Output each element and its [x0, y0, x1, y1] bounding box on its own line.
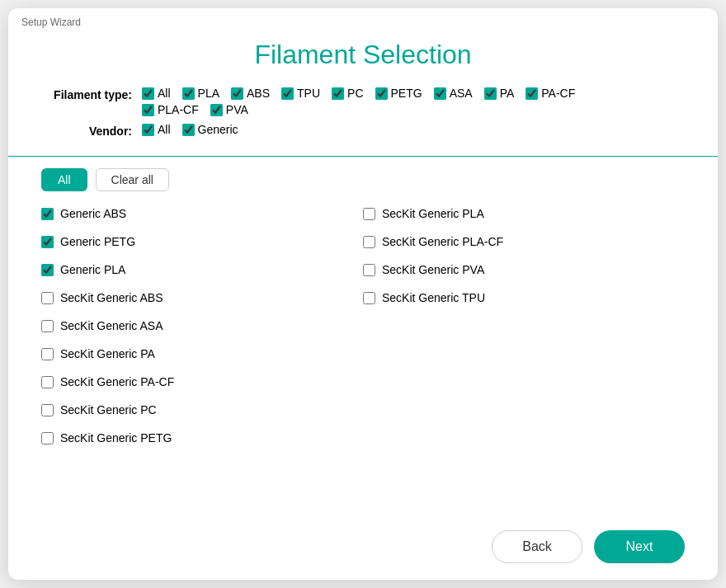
checkbox-ft_all[interactable]: [142, 87, 154, 100]
clear-all-button[interactable]: Clear all: [96, 168, 169, 191]
filament-checkbox-f6[interactable]: [363, 264, 375, 276]
filament-checkbox-f12[interactable]: [41, 404, 54, 416]
filament-type-ft_pva[interactable]: PVA: [210, 103, 248, 116]
checkbox-ft_abs[interactable]: [231, 87, 243, 100]
filament-checkbox-f3[interactable]: [41, 236, 54, 248]
filament-type-ft_pc[interactable]: PC: [332, 87, 363, 100]
vendor-v_all[interactable]: All: [142, 123, 171, 136]
filter-section: Filament type: AllPLAABSTPUPCPETGASAPAPA…: [8, 87, 718, 157]
vendor-v_generic[interactable]: Generic: [182, 123, 238, 136]
filament-type-ft_placf[interactable]: PLA-CF: [142, 103, 199, 116]
filament-checkbox-f13[interactable]: [41, 432, 54, 445]
checkbox-ft_pla[interactable]: [182, 87, 195, 100]
filament-type-ft_pacf[interactable]: PA-CF: [526, 87, 575, 100]
vendor-row: Vendor: AllGeneric: [41, 123, 685, 138]
filament-item-f2[interactable]: SecKit Generic PLA: [363, 200, 685, 228]
filament-item-f8[interactable]: SecKit Generic TPU: [363, 284, 685, 312]
filament-type-ft_petg[interactable]: PETG: [375, 87, 422, 100]
checkbox-v_generic[interactable]: [182, 124, 195, 136]
filament-item-f12[interactable]: SecKit Generic PC: [41, 396, 363, 424]
filament-checkbox-f4[interactable]: [363, 236, 375, 248]
filament-checkbox-f8[interactable]: [363, 292, 375, 304]
filament-item-f7[interactable]: SecKit Generic ABS: [41, 284, 363, 312]
filament-checkbox-f9[interactable]: [41, 320, 54, 332]
checkbox-ft_pa[interactable]: [484, 87, 497, 100]
filament-item-f3[interactable]: Generic PETG: [41, 228, 363, 256]
title-bar: Setup Wizard: [8, 8, 718, 31]
checkbox-ft_pc[interactable]: [332, 87, 344, 100]
filament-type-ft_pla[interactable]: PLA: [182, 87, 219, 100]
filament-item-f13[interactable]: SecKit Generic PETG: [41, 424, 363, 452]
back-button[interactable]: Back: [492, 530, 582, 563]
filament-item-f4[interactable]: SecKit Generic PLA-CF: [363, 228, 685, 256]
footer: Back Next: [8, 519, 718, 580]
filament-checkbox-f1[interactable]: [41, 208, 54, 220]
checkbox-ft_placf[interactable]: [142, 104, 154, 116]
checkbox-v_all[interactable]: [142, 124, 154, 136]
checkbox-ft_asa[interactable]: [434, 87, 446, 100]
filament-item-f6[interactable]: SecKit Generic PVA: [363, 256, 685, 284]
filament-item-f1[interactable]: Generic ABS: [41, 200, 363, 228]
filament-item-f10[interactable]: SecKit Generic PA: [41, 340, 363, 368]
filament-checkbox-f11[interactable]: [41, 376, 54, 388]
filament-type-label: Filament type:: [41, 87, 132, 101]
filament-checkbox-f5[interactable]: [41, 264, 54, 276]
checkbox-ft_pva[interactable]: [210, 104, 223, 116]
window-title: Setup Wizard: [21, 16, 81, 28]
filament-item-f9[interactable]: SecKit Generic ASA: [41, 312, 363, 340]
page-title: Filament Selection: [8, 31, 718, 87]
filament-type-ft_abs[interactable]: ABS: [231, 87, 270, 100]
filament-type-options: AllPLAABSTPUPCPETGASAPAPA-CFPLA-CFPVA: [142, 87, 685, 116]
filament-checkbox-f2[interactable]: [363, 208, 375, 220]
next-button[interactable]: Next: [594, 530, 685, 563]
wizard-window: Setup Wizard Filament Selection Filament…: [8, 8, 718, 580]
filament-type-ft_pa[interactable]: PA: [484, 87, 515, 100]
filament-checkbox-f7[interactable]: [41, 292, 54, 304]
filament-item-f11[interactable]: SecKit Generic PA-CF: [41, 368, 363, 396]
filament-checkbox-f10[interactable]: [41, 348, 54, 360]
filament-type-row: Filament type: AllPLAABSTPUPCPETGASAPAPA…: [41, 87, 685, 116]
checkbox-ft_petg[interactable]: [375, 87, 388, 100]
vendor-options: AllGeneric: [142, 123, 685, 136]
filament-list: Generic ABSSecKit Generic PLAGeneric PET…: [8, 200, 718, 519]
toolbar: All Clear all: [8, 157, 718, 200]
checkbox-ft_tpu[interactable]: [281, 87, 294, 100]
filament-type-ft_all[interactable]: All: [142, 87, 171, 100]
checkbox-ft_pacf[interactable]: [526, 87, 538, 100]
filament-item-f5[interactable]: Generic PLA: [41, 256, 363, 284]
filament-type-ft_tpu[interactable]: TPU: [281, 87, 320, 100]
vendor-label: Vendor:: [41, 123, 132, 138]
all-button[interactable]: All: [41, 168, 87, 191]
filament-type-ft_asa[interactable]: ASA: [434, 87, 473, 100]
